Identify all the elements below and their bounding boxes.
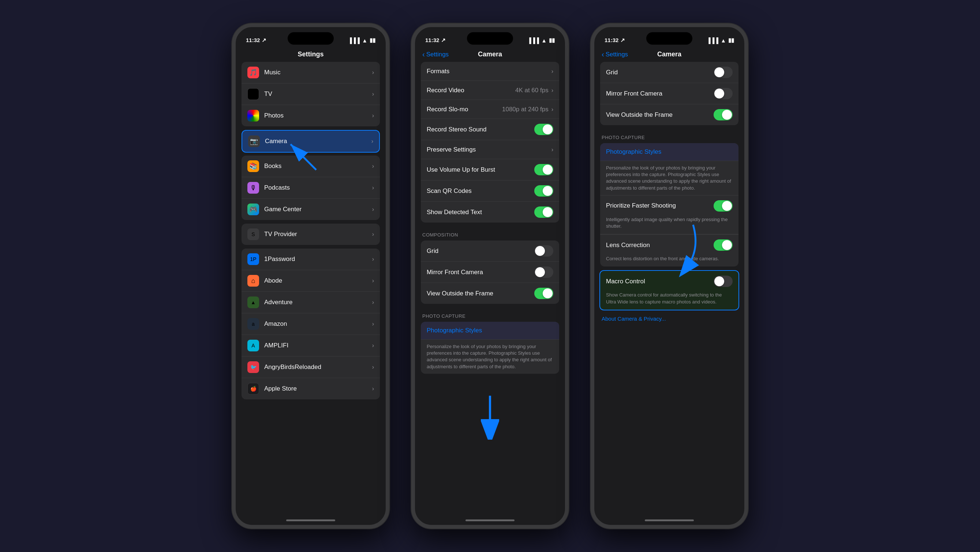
list-item-mirrorcamera-3[interactable]: Mirror Front Camera xyxy=(600,83,738,104)
composition-section-label: COMPOSITION xyxy=(415,226,565,240)
toggle-mirrorcamera-3[interactable] xyxy=(714,88,733,99)
list-item-mirrorcamera[interactable]: Mirror Front Camera xyxy=(421,262,559,283)
back-button-2[interactable]: ‹ Settings xyxy=(422,50,449,59)
chevron-icon: › xyxy=(372,69,374,76)
list-item[interactable]: 🎙 Podcasts › xyxy=(242,177,380,199)
composition-group-3: Grid Mirror Front Camera View Outside th… xyxy=(600,62,738,125)
photographic-styles-label-3[interactable]: Photographic Styles xyxy=(606,148,661,155)
list-item-volumeup[interactable]: Use Volume Up for Burst xyxy=(421,159,559,180)
list-item[interactable]: 🍎 Apple Store › xyxy=(242,378,380,399)
row-label: Grid xyxy=(427,247,534,255)
arrow-annotation-3 xyxy=(657,221,715,281)
list-item-qrcode[interactable]: Scan QR Codes xyxy=(421,180,559,202)
home-indicator-3 xyxy=(645,519,694,521)
toggle-grid-3[interactable] xyxy=(714,67,733,78)
camera-icon: 📷 xyxy=(248,135,260,147)
phones-container: 11:32 ↗ ▐▐▐ ▲ ▮▮ Settings 🎵 Music › xyxy=(232,24,748,528)
list-item[interactable]: 🐦 AngryBirdsReloaded › xyxy=(242,356,380,378)
list-item-viewoutside-3[interactable]: View Outside the Frame xyxy=(600,104,738,125)
back-button-3[interactable]: ‹ Settings xyxy=(601,50,628,59)
row-label: Apple Store xyxy=(264,385,372,392)
camera-settings-list[interactable]: Formats › Record Video 4K at 60 fps › Re… xyxy=(415,62,565,519)
1password-icon: 1P xyxy=(247,253,259,265)
list-item[interactable]: ⌂ Abode › xyxy=(242,270,380,292)
nav-bar-1: Settings xyxy=(235,47,386,62)
toggle-viewoutside[interactable] xyxy=(534,288,553,299)
row-label: Scan QR Codes xyxy=(427,188,534,195)
list-item-recordstereo[interactable]: Record Stereo Sound xyxy=(421,119,559,140)
row-label: View Outside the Frame xyxy=(606,111,714,119)
row-label: Record Slo-mo xyxy=(427,106,502,113)
list-item-camera[interactable]: 📷 Camera › xyxy=(242,131,379,152)
angrybirds-icon: 🐦 xyxy=(247,361,259,373)
list-item-detectedtext[interactable]: Show Detected Text xyxy=(421,202,559,223)
list-item-preservesettings[interactable]: Preserve Settings › xyxy=(421,140,559,159)
row-label: Grid xyxy=(606,69,714,76)
list-item[interactable]: tv TV › xyxy=(242,83,380,105)
list-item[interactable]: 1P 1Password › xyxy=(242,248,380,270)
settings-group-third-party: 1P 1Password › ⌂ Abode › ▲ Adventure › xyxy=(242,248,380,399)
chevron-icon: › xyxy=(371,138,373,145)
list-item[interactable]: Photos › xyxy=(242,105,380,126)
about-camera-label: About Camera & Privacy... xyxy=(601,315,666,322)
photocapture-section-label-3: PHOTO CAPTURE xyxy=(594,129,745,143)
signal-icon-2: ▐▐▐ xyxy=(527,37,539,44)
row-label: Podcasts xyxy=(264,184,372,191)
about-camera-link[interactable]: About Camera & Privacy... xyxy=(594,310,745,327)
status-time-2: 11:32 ↗ xyxy=(425,37,446,44)
list-item[interactable]: 📚 Books › xyxy=(242,156,380,177)
down-arrow-icon xyxy=(481,396,499,440)
chevron-icon: › xyxy=(372,185,374,191)
photographic-styles-label[interactable]: Photographic Styles xyxy=(427,327,482,334)
row-label: Show Detected Text xyxy=(427,208,534,216)
row-label: Record Stereo Sound xyxy=(427,126,534,133)
row-label: Books xyxy=(264,162,372,170)
toggle-grid[interactable] xyxy=(534,245,553,257)
list-item[interactable]: 🎵 Music › xyxy=(242,62,380,83)
battery-icon-1: ▮▮ xyxy=(370,37,375,44)
toggle-detectedtext[interactable] xyxy=(534,207,553,218)
list-item[interactable]: 🎮 Game Center › xyxy=(242,199,380,220)
row-label: Formats xyxy=(427,68,552,75)
row-label: Amazon xyxy=(264,320,372,328)
camera-highlighted-row[interactable]: 📷 Camera › xyxy=(242,130,380,153)
row-value: 1080p at 240 fps xyxy=(502,106,549,113)
music-icon: 🎵 xyxy=(247,67,259,78)
page-title-3: Camera xyxy=(657,51,681,58)
settings-group-apps-1: 🎵 Music › tv TV › Photos › xyxy=(242,62,380,126)
list-item-recordslomo[interactable]: Record Slo-mo 1080p at 240 fps › xyxy=(421,100,559,119)
toggle-recordstereo[interactable] xyxy=(534,124,553,135)
settings-group-apps-2: 📚 Books › 🎙 Podcasts › 🎮 Game Center › xyxy=(242,156,380,220)
list-item-viewoutside[interactable]: View Outside the Frame xyxy=(421,283,559,304)
camera-settings-list-3[interactable]: Grid Mirror Front Camera View Outside th… xyxy=(594,62,745,519)
macro-control-description: Show Camera control for automatically sw… xyxy=(600,292,738,309)
list-item-recordvideo[interactable]: Record Video 4K at 60 fps › xyxy=(421,81,559,100)
list-item[interactable]: S TV Provider › xyxy=(242,224,380,245)
list-item-formats[interactable]: Formats › xyxy=(421,62,559,81)
status-time-1: 11:32 ↗ xyxy=(246,37,266,44)
phone2: 11:32 ↗ ▐▐▐ ▲ ▮▮ ‹ Settings Camera Forma… xyxy=(411,24,569,528)
list-item[interactable]: A AMPLIFI › xyxy=(242,335,380,356)
toggle-mirrorcamera[interactable] xyxy=(534,266,553,278)
toggle-fastershoot[interactable] xyxy=(714,200,733,212)
back-chevron-icon-3: ‹ xyxy=(601,50,604,59)
row-label: View Outside the Frame xyxy=(427,290,534,297)
toggle-viewoutside-3[interactable] xyxy=(714,109,733,121)
list-item[interactable]: ▲ Adventure › xyxy=(242,292,380,313)
settings-list-1[interactable]: 🎵 Music › tv TV › Photos › xyxy=(235,62,386,519)
toggle-volumeup[interactable] xyxy=(534,164,553,175)
row-label-camera: Camera xyxy=(265,138,371,145)
phone1-wrapper: 11:32 ↗ ▐▐▐ ▲ ▮▮ Settings 🎵 Music › xyxy=(232,24,389,528)
battery-icon-2: ▮▮ xyxy=(549,37,555,44)
chevron-icon: › xyxy=(372,112,374,119)
toggle-lenscorrection[interactable] xyxy=(714,239,733,251)
phone3: 11:32 ↗ ▐▐▐ ▲ ▮▮ ‹ Settings Camera G xyxy=(591,24,748,528)
list-item-grid-3[interactable]: Grid xyxy=(600,62,738,83)
phone1: 11:32 ↗ ▐▐▐ ▲ ▮▮ Settings 🎵 Music › xyxy=(232,24,389,528)
list-item[interactable]: a Amazon › xyxy=(242,313,380,335)
battery-icon-3: ▮▮ xyxy=(728,37,734,44)
toggle-qrcode[interactable] xyxy=(534,185,553,197)
list-item-grid[interactable]: Grid xyxy=(421,240,559,262)
home-indicator-1 xyxy=(286,519,335,521)
toggle-macrocontrol[interactable] xyxy=(714,276,733,287)
